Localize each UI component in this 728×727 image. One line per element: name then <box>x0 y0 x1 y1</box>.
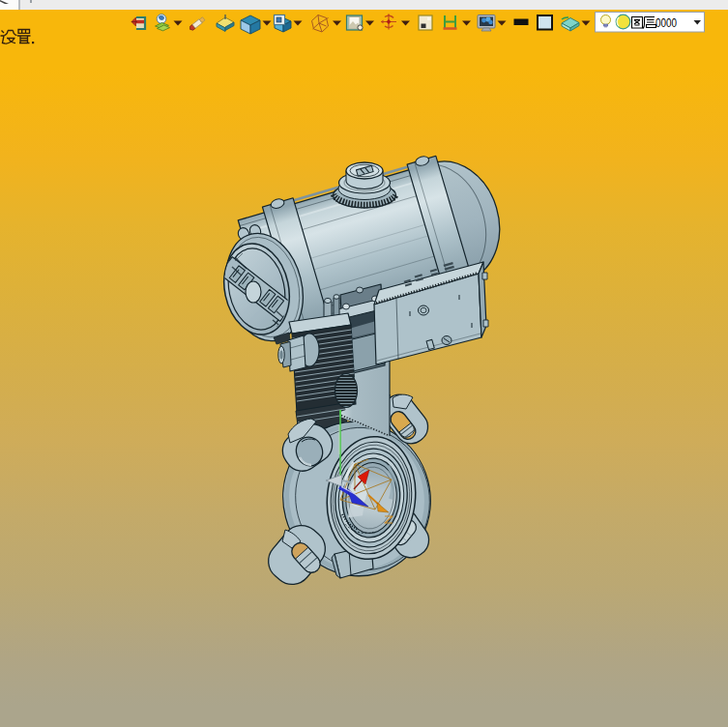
svg-text:0000: 0000 <box>655 15 677 30</box>
